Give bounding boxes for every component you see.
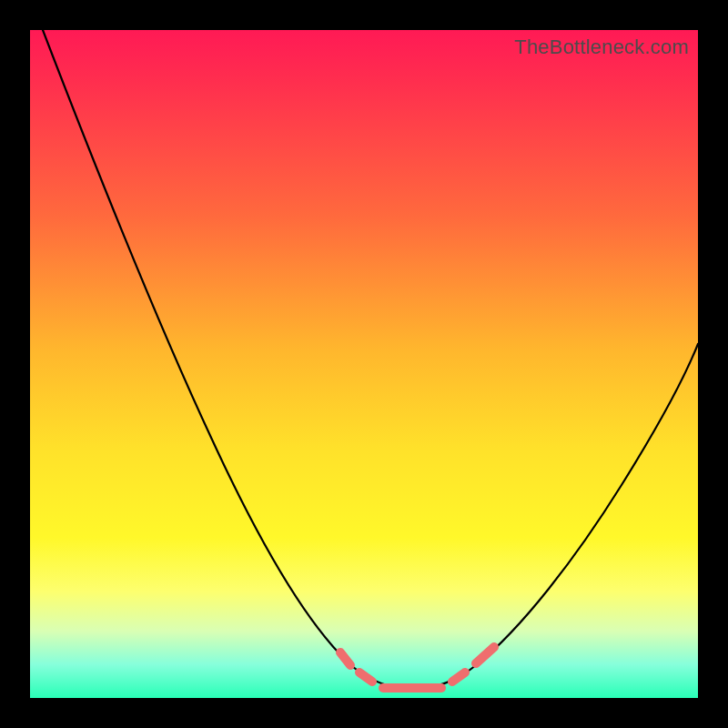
dash-seg-4 (452, 672, 465, 682)
dash-seg-5 (476, 647, 494, 663)
plot-area: TheBottleneck.com (30, 30, 698, 698)
watermark-text: TheBottleneck.com (514, 35, 689, 59)
dash-seg-1 (340, 652, 350, 665)
curve-path (43, 30, 698, 689)
dash-seg-2 (359, 672, 372, 682)
chart-frame: TheBottleneck.com (0, 0, 728, 728)
bottleneck-curve (30, 30, 698, 698)
